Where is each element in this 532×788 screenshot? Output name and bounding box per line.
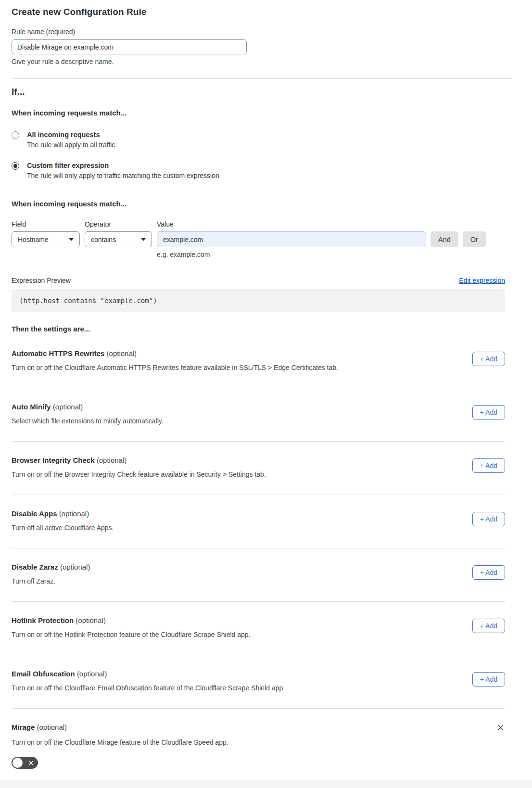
optional-suffix: (optional) xyxy=(76,616,106,624)
setting-title: Hotlink Protection (optional) xyxy=(12,616,251,624)
field-label: Field xyxy=(12,220,85,228)
operator-select-value: contains xyxy=(91,236,116,243)
add-button[interactable]: + Add xyxy=(472,352,505,366)
close-icon[interactable] xyxy=(496,723,505,732)
optional-suffix: (optional) xyxy=(60,563,90,571)
setting-title: Auto Minify (optional) xyxy=(12,403,164,411)
then-settings-heading: Then the settings are... xyxy=(12,325,505,333)
setting-section-automatic-https-rewrites: Automatic HTTPS Rewrites (optional) Turn… xyxy=(12,335,505,388)
optional-suffix: (optional) xyxy=(97,456,127,464)
divider xyxy=(12,78,512,78)
add-button[interactable]: + Add xyxy=(472,619,505,633)
rule-name-label: Rule name (required) xyxy=(12,28,505,36)
page-title: Create new Configuration Rule xyxy=(12,7,505,17)
optional-suffix: (optional) xyxy=(37,723,67,731)
optional-suffix: (optional) xyxy=(53,403,83,411)
add-button[interactable]: + Add xyxy=(472,512,505,526)
add-button[interactable]: + Add xyxy=(472,565,505,580)
add-button[interactable]: + Add xyxy=(472,672,505,686)
value-label: Value xyxy=(157,220,174,228)
value-input[interactable] xyxy=(157,231,426,247)
setting-title: Disable Zaraz (optional) xyxy=(12,563,90,571)
radio-unselected-icon[interactable] xyxy=(12,131,19,139)
setting-section-disable-apps: Disable Apps (optional) Turn off all act… xyxy=(12,495,505,548)
chevron-down-icon xyxy=(69,238,74,241)
radio-custom-filter-expression[interactable]: Custom filter expression The rule will o… xyxy=(12,162,505,179)
radio-label: Custom filter expression xyxy=(27,162,219,169)
chevron-down-icon xyxy=(141,238,146,241)
setting-section-email-obfuscation: Email Obfuscation (optional) Turn on or … xyxy=(12,655,505,709)
radio-label: All incoming requests xyxy=(27,131,115,139)
optional-suffix: (optional) xyxy=(59,509,89,518)
setting-section-auto-minify: Auto Minify (optional) Select which file… xyxy=(12,388,505,442)
setting-section-disable-zaraz: Disable Zaraz (optional) Turn off Zaraz.… xyxy=(12,548,505,602)
add-button[interactable]: + Add xyxy=(472,458,505,473)
radio-selected-icon[interactable] xyxy=(12,162,19,170)
rule-name-help: Give your rule a descriptive name. xyxy=(12,58,505,65)
field-select[interactable]: Hostname xyxy=(12,231,80,247)
rule-name-input[interactable] xyxy=(12,39,247,54)
setting-description: Turn off all active Cloudflare Apps. xyxy=(12,524,114,532)
setting-title: Automatic HTTPS Rewrites (optional) xyxy=(12,349,338,357)
setting-description: Turn on or off the Browser Integrity Che… xyxy=(12,470,266,478)
setting-title: Email Obfuscation (optional) xyxy=(12,670,285,678)
setting-section-mirage: Mirage (optional) Turn on or off the Clo… xyxy=(12,709,505,771)
mirage-toggle[interactable] xyxy=(12,757,38,769)
and-button[interactable]: And xyxy=(431,231,458,247)
create-configuration-rule-form: Create new Configuration Rule Rule name … xyxy=(0,0,532,774)
setting-description: Turn on or off the Cloudflare Mirage fea… xyxy=(12,738,505,746)
operator-label: Operator xyxy=(85,220,157,228)
setting-description: Turn on or off the Hotlink Protection fe… xyxy=(12,631,251,638)
setting-section-browser-integrity-check: Browser Integrity Check (optional) Turn … xyxy=(12,442,505,495)
edit-expression-link[interactable]: Edit expression xyxy=(459,277,505,284)
match-heading: When incoming requests match... xyxy=(12,109,505,117)
setting-title: Mirage (optional) xyxy=(12,723,67,731)
radio-description: The rule will only apply to traffic matc… xyxy=(27,172,219,179)
expression-preview-label: Expression Preview xyxy=(12,277,71,284)
add-button[interactable]: + Add xyxy=(472,405,505,419)
setting-section-hotlink-protection: Hotlink Protection (optional) Turn on or… xyxy=(12,602,505,655)
value-help: e.g. example.com xyxy=(157,251,505,258)
setting-description: Turn on or off the Cloudflare Automatic … xyxy=(12,364,338,371)
optional-suffix: (optional) xyxy=(107,349,137,357)
setting-description: Select which file extensions to minify a… xyxy=(12,417,164,425)
field-select-value: Hostname xyxy=(18,236,49,243)
setting-title: Browser Integrity Check (optional) xyxy=(12,456,266,464)
optional-suffix: (optional) xyxy=(77,670,107,678)
settings-list: Automatic HTTPS Rewrites (optional) Turn… xyxy=(12,335,505,771)
builder-heading: When incoming requests match... xyxy=(12,200,505,208)
setting-description: Turn on or off the Cloudflare Email Obfu… xyxy=(12,684,285,692)
radio-all-incoming-requests[interactable]: All incoming requests The rule will appl… xyxy=(12,131,505,149)
if-heading: If... xyxy=(12,87,505,97)
or-button[interactable]: Or xyxy=(463,231,486,247)
setting-description: Turn off Zaraz. xyxy=(12,577,90,585)
radio-description: The rule will apply to all traffic xyxy=(27,141,115,149)
expression-preview-code: (http.host contains "example.com") xyxy=(12,289,505,312)
operator-select[interactable]: contains xyxy=(85,231,152,247)
page-bottom-strip xyxy=(0,780,532,788)
toggle-off-x-icon xyxy=(28,760,34,765)
setting-title: Disable Apps (optional) xyxy=(12,509,114,518)
toggle-knob[interactable] xyxy=(13,758,23,768)
